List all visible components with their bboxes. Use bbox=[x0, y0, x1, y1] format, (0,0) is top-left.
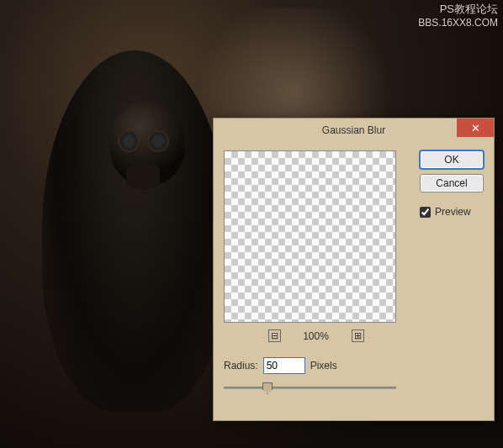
dialog-right-column: OK Cancel Preview bbox=[420, 150, 484, 396]
close-icon: ✕ bbox=[471, 122, 480, 134]
slider-thumb[interactable] bbox=[262, 382, 273, 394]
dialog-left-column: ⊟ 100% ⊞ Radius: Pixels bbox=[224, 150, 408, 396]
minus-icon: ⊟ bbox=[271, 331, 278, 340]
plus-icon: ⊞ bbox=[354, 331, 362, 340]
radius-input[interactable] bbox=[263, 357, 305, 374]
zoom-out-button[interactable]: ⊟ bbox=[268, 329, 281, 342]
dialog-title: Gaussian Blur bbox=[214, 124, 494, 136]
dialog-titlebar[interactable]: Gaussian Blur ✕ bbox=[214, 119, 494, 142]
mask-eye-right bbox=[147, 130, 169, 152]
preview-checkbox[interactable] bbox=[420, 207, 431, 218]
radius-label: Radius: bbox=[224, 360, 258, 372]
radius-unit: Pixels bbox=[310, 360, 337, 372]
preview-area[interactable] bbox=[224, 150, 396, 323]
preview-checkbox-row[interactable]: Preview bbox=[420, 206, 484, 218]
dialog-body: ⊟ 100% ⊞ Radius: Pixels OK Cancel bbox=[214, 142, 494, 408]
zoom-percent: 100% bbox=[301, 330, 331, 342]
close-button[interactable]: ✕ bbox=[457, 119, 494, 137]
cancel-button[interactable]: Cancel bbox=[420, 174, 484, 192]
watermark-line1: PS教程论坛 bbox=[418, 3, 498, 17]
zoom-in-button[interactable]: ⊞ bbox=[352, 329, 364, 342]
preview-label: Preview bbox=[435, 206, 471, 218]
mask-eye-left bbox=[118, 130, 140, 152]
zoom-controls: ⊟ 100% ⊞ bbox=[224, 329, 408, 342]
radius-slider[interactable] bbox=[224, 381, 396, 396]
radius-row: Radius: Pixels bbox=[224, 357, 408, 374]
watermark: PS教程论坛 BBS.16XX8.COM bbox=[418, 3, 498, 29]
mask-filter bbox=[126, 164, 160, 189]
watermark-line2: BBS.16XX8.COM bbox=[418, 17, 498, 30]
slider-track bbox=[224, 387, 396, 389]
gaussian-blur-dialog: Gaussian Blur ✕ ⊟ 100% ⊞ Radius: Pixels bbox=[213, 118, 495, 421]
ok-button[interactable]: OK bbox=[420, 150, 484, 169]
